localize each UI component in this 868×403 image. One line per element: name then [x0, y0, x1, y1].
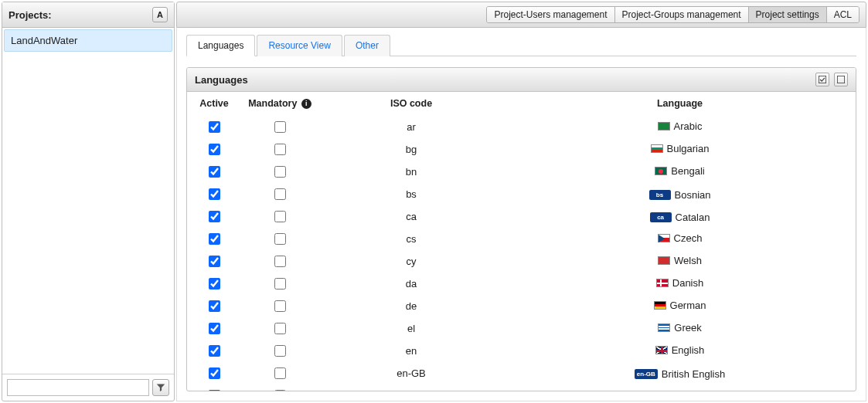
language-name: Welsh: [674, 255, 702, 266]
flag-icon: [658, 323, 670, 332]
active-checkbox[interactable]: [209, 188, 220, 200]
svg-rect-0: [819, 76, 825, 83]
active-checkbox[interactable]: [209, 166, 220, 178]
deselect-all-button[interactable]: [834, 73, 848, 86]
mandatory-checkbox[interactable]: [274, 367, 286, 379]
flag-icon: ca: [650, 212, 672, 222]
table-row: cyWelsh: [187, 250, 856, 273]
project-item[interactable]: LandAndWater: [4, 29, 172, 52]
projects-filter-input[interactable]: [7, 379, 149, 396]
empty-square-icon: [837, 76, 845, 83]
active-checkbox[interactable]: [209, 345, 220, 357]
languages-table-scroll[interactable]: Active Mandatory i ISO code Language arA…: [187, 92, 856, 391]
topbar-tab[interactable]: Project-Users management: [487, 7, 614, 22]
col-active: Active: [187, 92, 241, 116]
info-icon[interactable]: i: [301, 99, 311, 109]
topbar-tab[interactable]: ACL: [827, 7, 859, 22]
language-cell: Welsh: [658, 255, 702, 266]
table-row: bgBulgarian: [187, 138, 856, 161]
languages-panel: Languages: [186, 67, 856, 391]
mandatory-checkbox[interactable]: [274, 390, 286, 391]
content-area: LanguagesResource ViewOther Languages: [176, 28, 866, 401]
svg-rect-1: [837, 76, 844, 83]
active-checkbox[interactable]: [209, 323, 220, 334]
mandatory-checkbox[interactable]: [274, 144, 286, 155]
col-iso: ISO code: [318, 92, 504, 116]
mandatory-checkbox[interactable]: [274, 300, 286, 312]
subtab[interactable]: Resource View: [257, 35, 342, 56]
table-row: deGerman: [187, 295, 856, 317]
subtab[interactable]: Languages: [186, 35, 255, 56]
language-name: Bosnian: [675, 189, 711, 201]
table-row: arArabic: [187, 116, 856, 138]
iso-code-cell: ar: [318, 116, 504, 138]
funnel-icon: [156, 383, 165, 392]
language-name: Greek: [674, 322, 701, 334]
table-row: cacaCatalan: [187, 205, 856, 228]
mandatory-checkbox[interactable]: [274, 345, 286, 357]
active-checkbox[interactable]: [209, 367, 220, 379]
mandatory-checkbox[interactable]: [274, 166, 286, 178]
mandatory-checkbox[interactable]: [274, 256, 286, 267]
topbar-tabs: Project-Users managementProject-Groups m…: [486, 6, 859, 23]
active-checkbox[interactable]: [209, 300, 220, 312]
flag-icon: [658, 122, 670, 130]
flag-icon: [658, 234, 670, 242]
col-language: Language: [504, 92, 856, 116]
mandatory-checkbox[interactable]: [274, 188, 286, 200]
mandatory-checkbox[interactable]: [274, 233, 286, 245]
language-name: Bulgarian: [667, 143, 710, 154]
language-name: German: [670, 300, 706, 311]
language-name: Czech: [674, 232, 703, 244]
flag-icon: [655, 167, 667, 175]
flag-icon: bs: [649, 190, 671, 200]
subtab[interactable]: Other: [344, 35, 390, 56]
language-cell: caCatalan: [650, 212, 710, 223]
active-checkbox[interactable]: [209, 121, 220, 133]
iso-code-cell: el: [318, 317, 504, 340]
iso-code-cell: de: [318, 295, 504, 317]
flag-icon: [656, 279, 669, 287]
language-name: Catalan: [676, 212, 710, 223]
iso-code-cell: ca: [318, 205, 504, 228]
iso-code-cell: bs: [318, 183, 504, 205]
mandatory-checkbox[interactable]: [274, 278, 286, 290]
select-all-button[interactable]: [815, 73, 829, 86]
language-cell: English: [655, 344, 705, 356]
topbar-tab[interactable]: Project-Groups management: [615, 7, 749, 22]
add-project-button[interactable]: A: [152, 7, 168, 22]
table-row: enEnglish: [187, 340, 856, 362]
mandatory-checkbox[interactable]: [274, 211, 286, 222]
subtabs: LanguagesResource ViewOther: [186, 34, 856, 56]
language-name: Danish: [672, 277, 703, 289]
language-cell: bsBosnian: [649, 189, 711, 201]
filter-button[interactable]: [152, 379, 169, 396]
flag-icon: [658, 256, 670, 265]
language-name: Arabic: [674, 120, 703, 132]
table-row: en-GBen-GBBritish English: [187, 362, 856, 384]
active-checkbox[interactable]: [209, 233, 220, 245]
topbar-tab[interactable]: Project settings: [749, 7, 827, 22]
table-row: csCzech: [187, 228, 856, 250]
language-cell: Danish: [656, 277, 703, 289]
active-checkbox[interactable]: [209, 278, 220, 290]
active-checkbox[interactable]: [209, 390, 220, 391]
check-square-icon: [819, 76, 826, 83]
table-row: elGreek: [187, 317, 856, 340]
table-row: bnBengali: [187, 161, 856, 183]
iso-code-cell: en-GB: [318, 362, 504, 384]
iso-code-cell: da: [318, 273, 504, 295]
iso-code-cell: cy: [318, 250, 504, 273]
language-name: English: [672, 344, 705, 356]
language-cell: Arabic: [658, 120, 703, 132]
projects-list: LandAndWater: [2, 28, 174, 374]
active-checkbox[interactable]: [209, 211, 220, 222]
iso-code-cell: cs: [318, 228, 504, 250]
active-checkbox[interactable]: [209, 144, 220, 155]
flag-icon: [651, 144, 663, 153]
projects-sidebar: Projects: A LandAndWater: [2, 2, 175, 401]
mandatory-checkbox[interactable]: [274, 323, 286, 334]
mandatory-checkbox[interactable]: [274, 121, 286, 133]
topbar: Project-Users managementProject-Groups m…: [176, 2, 866, 28]
active-checkbox[interactable]: [209, 256, 220, 267]
